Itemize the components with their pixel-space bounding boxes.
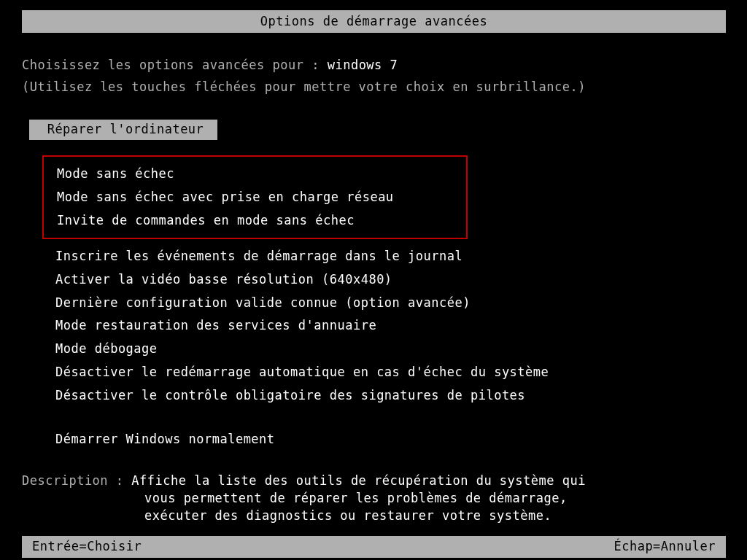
repair-label: Réparer l'ordinateur [43, 122, 204, 136]
option-disable-driver-sig[interactable]: Désactiver le contrôle obligatoire des s… [55, 384, 549, 408]
description-block: Description : Affiche la liste des outil… [22, 472, 586, 524]
option-safe-mode[interactable]: Mode sans échec [57, 163, 466, 186]
advanced-options-group: Inscrire les événements de démarrage dan… [55, 245, 549, 408]
os-name: windows 7 [328, 58, 398, 72]
safe-mode-group: Mode sans échec Mode sans échec avec pri… [42, 155, 468, 239]
repair-computer-option[interactable]: Réparer l'ordinateur [29, 120, 217, 140]
option-safe-mode-network[interactable]: Mode sans échec avec prise en charge rés… [57, 186, 466, 209]
footer-enter-hint: Entrée=Choisir [32, 538, 142, 556]
description-text-line1: Affiche la liste des outils de récupérat… [131, 473, 586, 488]
arrow-keys-hint: (Utilisez les touches fléchées pour mett… [22, 79, 586, 96]
option-start-normally[interactable]: Démarrer Windows normalement [55, 428, 275, 451]
option-ds-restore[interactable]: Mode restauration des services d'annuair… [55, 314, 549, 338]
description-label: Description : [22, 473, 124, 488]
option-safe-mode-cmd[interactable]: Invite de commandes en mode sans échec [57, 209, 466, 233]
page-title: Options de démarrage avancées [260, 14, 487, 28]
option-last-known-good[interactable]: Dernière configuration valide connue (op… [55, 292, 549, 315]
description-text-line3: exécuter des diagnostics ou restaurer vo… [22, 508, 586, 525]
prompt-prefix: Choisissez les options avancées pour : [22, 58, 320, 72]
option-low-res-video[interactable]: Activer la vidéo basse résolution (640x4… [55, 268, 549, 292]
option-boot-logging[interactable]: Inscrire les événements de démarrage dan… [55, 245, 549, 268]
title-bar: Options de démarrage avancées [22, 10, 726, 33]
footer-escape-hint: Échap=Annuler [614, 538, 716, 556]
footer-bar: Entrée=Choisir Échap=Annuler [22, 536, 726, 558]
description-text-line2: vous permettent de réparer les problèmes… [22, 490, 586, 508]
option-debug-mode[interactable]: Mode débogage [55, 338, 549, 361]
normal-start-group: Démarrer Windows normalement [55, 428, 275, 451]
option-disable-auto-restart[interactable]: Désactiver le redémarrage automatique en… [55, 361, 549, 384]
choose-prompt: Choisissez les options avancées pour : w… [22, 57, 398, 74]
